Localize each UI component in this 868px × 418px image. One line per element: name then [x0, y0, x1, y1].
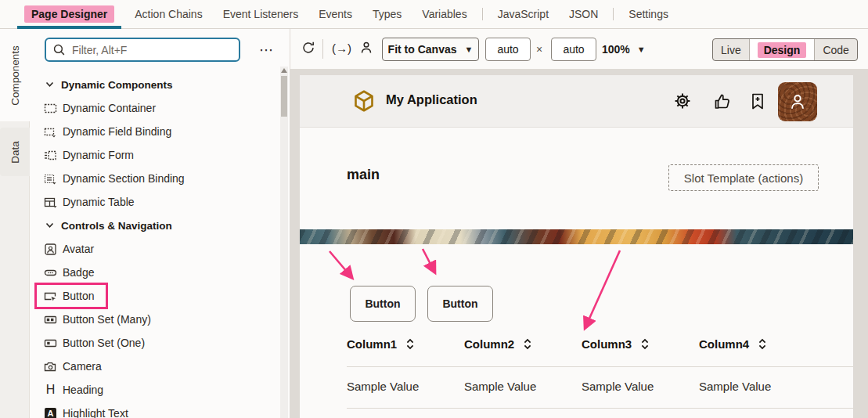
canvas-width-input[interactable]: [485, 38, 531, 61]
person-icon: [787, 92, 808, 112]
rail-tab-components[interactable]: Components: [0, 29, 30, 121]
mode-live-button[interactable]: Live: [713, 39, 750, 60]
tab-events[interactable]: Events: [308, 0, 362, 29]
tab-settings[interactable]: Settings: [618, 0, 679, 29]
button-set-one-icon: [44, 337, 57, 350]
canvas-toolbar: (→) Fit to Canvas ▼ × 100% ▼ Live Design…: [290, 29, 868, 69]
table-row-divider: [347, 408, 853, 409]
thumbs-up-icon[interactable]: [713, 92, 732, 114]
rail-tab-data[interactable]: Data: [0, 128, 30, 176]
table-cell: Sample Value: [699, 380, 771, 393]
section-dynamic-components[interactable]: Dynamic Components: [30, 73, 280, 96]
slot-template-actions[interactable]: Slot Template (actions): [668, 164, 819, 191]
tab-variables[interactable]: Variables: [412, 0, 477, 29]
highlight-text-icon: A: [45, 408, 56, 418]
tab-javascript[interactable]: JavaScript: [488, 0, 559, 29]
sort-icon[interactable]: [640, 337, 650, 351]
table-column-header-1[interactable]: Column1: [347, 334, 415, 353]
component-item-heading[interactable]: H Heading: [30, 378, 280, 402]
app-header: My Application: [300, 75, 853, 128]
button-set-many-icon: [44, 313, 57, 326]
tab-event-listeners[interactable]: Event Listeners: [213, 0, 309, 29]
section-controls-navigation[interactable]: Controls & Navigation: [30, 214, 280, 237]
component-item-dynamic-form[interactable]: Dynamic Form: [30, 143, 280, 167]
scrollbar-thumb[interactable]: [281, 76, 287, 117]
side-rail: Components Data: [0, 29, 30, 418]
components-panel: ⋯ Dynamic Components Dynamic Container D…: [30, 29, 290, 418]
component-item-dynamic-section-binding[interactable]: Dynamic Section Binding: [30, 167, 280, 190]
chevron-down-icon: [45, 222, 54, 229]
tabbar-divider: [482, 8, 483, 20]
sort-icon[interactable]: [523, 337, 532, 351]
table-row-divider: [347, 366, 853, 367]
badge-icon: [44, 266, 57, 279]
bookmark-plus-icon[interactable]: [749, 92, 766, 114]
dynamic-form-icon: [44, 149, 57, 162]
chevron-down-icon: [45, 81, 54, 88]
component-item-dynamic-container[interactable]: Dynamic Container: [30, 96, 280, 120]
canvas-button-2[interactable]: Button: [427, 286, 493, 322]
panel-overflow-menu-button[interactable]: ⋯: [255, 40, 279, 60]
decorative-tapestry-strip: [300, 229, 853, 244]
refresh-icon[interactable]: [301, 40, 316, 56]
page-designer-app: Page Designer Action Chains Event Listen…: [0, 0, 868, 418]
mode-switcher: Live Design Code: [712, 38, 858, 61]
tab-json[interactable]: JSON: [559, 0, 608, 29]
dynamic-table-icon: [44, 196, 57, 209]
zoom-level-dropdown[interactable]: 100% ▼: [602, 38, 646, 61]
chevron-down-icon: ▼: [465, 45, 474, 54]
search-icon: [52, 43, 66, 56]
avatar-icon: [44, 243, 57, 256]
user-persona-icon[interactable]: [358, 40, 374, 56]
button-icon: [44, 290, 57, 303]
mode-code-button[interactable]: Code: [815, 39, 856, 60]
component-item-button[interactable]: Button: [30, 284, 280, 308]
dynamic-section-binding-icon: [44, 172, 57, 186]
table-column-header-4[interactable]: Column4: [699, 334, 767, 353]
page-title: main: [347, 167, 380, 183]
dynamic-container-icon: [44, 102, 57, 115]
component-filter-box: [45, 38, 240, 62]
scrollbar-up-arrow[interactable]: [281, 68, 287, 73]
sort-icon[interactable]: [758, 337, 767, 351]
tab-action-chains[interactable]: Action Chains: [124, 0, 212, 29]
design-canvas[interactable]: My Application main Slot Template (actio…: [300, 75, 853, 418]
component-filter-input[interactable]: [72, 44, 232, 56]
sort-icon[interactable]: [405, 337, 415, 351]
canvas-viewport: My Application main Slot Template (actio…: [290, 69, 868, 418]
fit-to-canvas-dropdown[interactable]: Fit to Canvas ▼: [382, 38, 479, 61]
chevron-down-icon: ▼: [637, 45, 646, 54]
component-list: Dynamic Components Dynamic Container Dyn…: [30, 73, 280, 418]
table-cell: Sample Value: [582, 380, 654, 393]
live-expression-icon[interactable]: (→): [332, 41, 351, 55]
heading-icon: H: [46, 384, 56, 396]
editor-tabbar: Page Designer Action Chains Event Listen…: [0, 0, 868, 29]
user-avatar[interactable]: [778, 82, 817, 121]
component-item-button-set-many[interactable]: Button Set (Many): [30, 308, 280, 331]
mode-design-button[interactable]: Design: [750, 39, 816, 60]
tabbar-divider: [613, 8, 614, 20]
table-cell: Sample Value: [464, 380, 536, 393]
component-item-camera[interactable]: Camera: [30, 355, 280, 378]
component-item-highlight-text[interactable]: A Highlight Text: [30, 402, 280, 418]
toolbar-divider: [322, 39, 323, 59]
tab-types[interactable]: Types: [362, 0, 412, 29]
canvas-height-input[interactable]: [551, 38, 596, 61]
dynamic-field-binding-icon: [44, 125, 57, 139]
dimension-multiply-label: ×: [536, 43, 542, 56]
component-item-avatar[interactable]: Avatar: [30, 237, 280, 261]
canvas-button-1[interactable]: Button: [350, 286, 416, 322]
panel-scrollbar[interactable]: [280, 67, 288, 418]
component-item-dynamic-field-binding[interactable]: Dynamic Field Binding: [30, 120, 280, 143]
gear-icon[interactable]: [673, 92, 692, 114]
table-column-header-3[interactable]: Column3: [582, 334, 650, 353]
tab-page-designer[interactable]: Page Designer: [14, 0, 124, 29]
app-logo-icon: [353, 90, 375, 112]
component-item-button-set-one[interactable]: Button Set (One): [30, 331, 280, 355]
component-item-badge[interactable]: Badge: [30, 261, 280, 284]
camera-icon: [44, 360, 57, 373]
table-cell: Sample Value: [347, 380, 419, 393]
app-title: My Application: [386, 92, 477, 107]
component-item-dynamic-table[interactable]: Dynamic Table: [30, 190, 280, 214]
table-column-header-2[interactable]: Column2: [464, 334, 532, 353]
